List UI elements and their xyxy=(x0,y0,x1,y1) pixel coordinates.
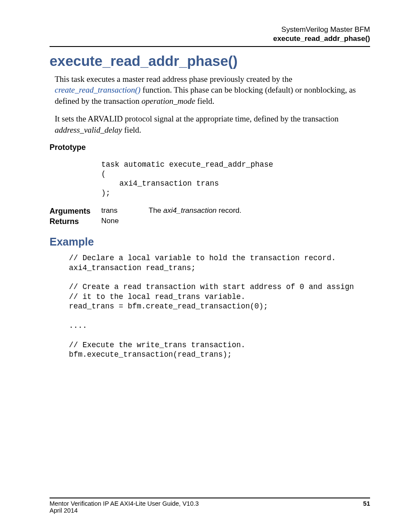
argument-name: trans xyxy=(101,206,149,215)
para1-operation-mode: operation_mode xyxy=(142,96,196,106)
definition-table: Prototype task automatic execute_read_ad… xyxy=(50,143,370,227)
para2-text-post: field. xyxy=(124,125,141,134)
arg-desc-type: axi4_transaction xyxy=(163,206,217,215)
label-arguments: Arguments xyxy=(50,206,101,216)
link-create-read-transaction[interactable]: create_read_transaction() xyxy=(55,85,140,94)
running-header: SystemVerilog Master BFM execute_read_ad… xyxy=(50,25,370,44)
arg-desc-pre: The xyxy=(149,206,163,215)
example-code-block: // Declare a local variable to hold the … xyxy=(69,253,370,359)
example-heading: Example xyxy=(50,236,370,248)
para1-text-pre: This task executes a master read address… xyxy=(55,75,292,84)
running-header-line1: SystemVerilog Master BFM xyxy=(50,25,370,34)
running-header-line2: execute_read_addr_phase() xyxy=(50,34,370,43)
para2-text-pre: It sets the ARVALID protocol signal at t… xyxy=(55,114,339,123)
page-footer: Mentor Verification IP AE AXI4-Lite User… xyxy=(50,498,370,514)
para1-text-post: field. xyxy=(197,96,215,106)
label-prototype: Prototype xyxy=(50,143,101,152)
prototype-code: task automatic execute_read_addr_phase (… xyxy=(101,160,370,198)
footer-page-number: 51 xyxy=(363,500,370,507)
label-returns: Returns xyxy=(50,217,101,226)
argument-description: The axi4_transaction record. xyxy=(149,206,370,215)
footer-left: Mentor Verification IP AE AXI4-Lite User… xyxy=(50,500,199,514)
footer-doc-title: Mentor Verification IP AE AXI4-Lite User… xyxy=(50,500,199,507)
intro-paragraph-2: It sets the ARVALID protocol signal at t… xyxy=(55,113,370,135)
para2-address-valid-delay: address_valid_delay xyxy=(55,125,122,134)
footer-date: April 2014 xyxy=(50,507,199,514)
header-rule xyxy=(50,46,370,47)
arg-desc-post: record. xyxy=(217,206,242,215)
page-title: execute_read_addr_phase() xyxy=(50,53,370,69)
returns-value: None xyxy=(101,217,149,225)
intro-paragraph-1: This task executes a master read address… xyxy=(55,74,370,107)
